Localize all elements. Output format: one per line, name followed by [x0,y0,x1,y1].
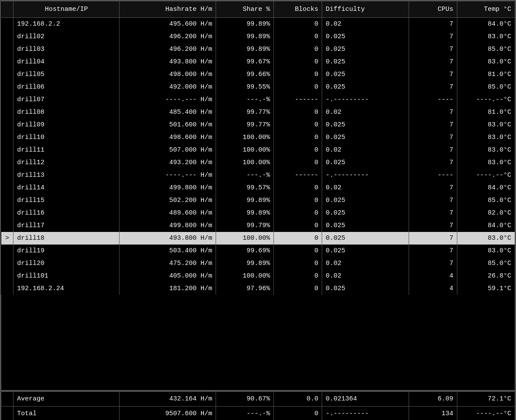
indicator-header [1,1,13,18]
row-difficulty: 0.02 [322,144,409,156]
footer-spacer-row [1,295,515,390]
col-header-difficulty: Difficulty [322,1,409,18]
row-blocks: 0 [274,131,322,144]
row-hostname: drill20 [13,257,120,270]
row-temp: 85.0°C [457,257,515,270]
row-difficulty: 0.025 [322,56,409,68]
row-share: 99.57% [216,182,274,194]
row-cpus: 7 [409,30,457,43]
row-share: 99.89% [216,257,274,270]
row-cpus: 7 [409,245,457,257]
row-hashrate: ----.--- H/m [120,93,216,106]
table-row: drill14499.800 H/m99.57%00.02784.0°C [1,182,515,194]
row-temp: 83.0°C [457,144,515,156]
row-share: 100.00% [216,156,274,169]
table-body: 192.168.2.2495.600 H/m99.89%00.02784.0°C… [1,18,515,295]
row-temp: 81.0°C [457,68,515,81]
table-row: 192.168.2.24181.200 H/m97.96%00.025459.1… [1,282,515,295]
footer-avg-difficulty: 0.021364 [322,391,409,406]
row-share: 99.89% [216,43,274,56]
row-difficulty: 0.025 [322,207,409,219]
row-indicator [1,56,13,68]
row-indicator [1,30,13,43]
row-temp: 81.0°C [457,106,515,119]
row-hostname: drill06 [13,81,120,93]
table-row: drill02496.200 H/m99.89%00.025783.0°C [1,30,515,43]
row-indicator [1,144,13,156]
footer-avg-blocks: 0.0 [274,391,322,406]
row-temp: 26.8°C [457,270,515,282]
row-hashrate: 499.800 H/m [120,219,216,232]
row-blocks: 0 [274,81,322,93]
footer-avg-hashrate: 432.164 H/m [120,391,216,406]
row-hostname: drill13 [13,169,120,182]
row-temp: 83.0°C [457,232,515,245]
table-row: drill08485.400 H/m99.77%00.02781.0°C [1,106,515,119]
table-row: drill19503.400 H/m99.69%00.025783.0°C [1,245,515,257]
row-blocks: 0 [274,270,322,282]
row-difficulty: 0.025 [322,131,409,144]
row-blocks: 0 [274,30,322,43]
row-difficulty: 0.025 [322,156,409,169]
row-indicator [1,169,13,182]
row-hashrate: 502.200 H/m [120,194,216,207]
row-cpus: 7 [409,131,457,144]
row-temp: 83.0°C [457,245,515,257]
row-cpus: 7 [409,257,457,270]
row-hostname: drill19 [13,245,120,257]
row-hashrate: 405.000 H/m [120,270,216,282]
row-indicator [1,182,13,194]
row-indicator [1,270,13,282]
row-hashrate: 503.400 H/m [120,245,216,257]
empty-spacer [1,295,515,390]
row-hostname: drill11 [13,144,120,156]
row-hashrate: 485.400 H/m [120,106,216,119]
row-blocks: 0 [274,257,322,270]
row-hostname: drill02 [13,30,120,43]
row-hostname: drill15 [13,194,120,207]
row-hashrate: 498.000 H/m [120,68,216,81]
row-share: ---.-% [216,169,274,182]
row-blocks: 0 [274,156,322,169]
footer-average-row: Average 432.164 H/m 90.67% 0.0 0.021364 … [1,391,515,406]
row-blocks: 0 [274,106,322,119]
row-cpus: 7 [409,232,457,245]
row-cpus: 7 [409,182,457,194]
row-temp: 59.1°C [457,282,515,295]
table-row: drill03496.200 H/m99.89%00.025785.0°C [1,43,515,56]
row-hostname: drill05 [13,68,120,81]
row-hashrate: 493.800 H/m [120,232,216,245]
row-cpus: 7 [409,18,457,31]
row-difficulty: 0.025 [322,282,409,295]
row-share: 99.67% [216,56,274,68]
row-hostname: drill09 [13,119,120,131]
row-indicator [1,18,13,31]
row-hashrate: 501.600 H/m [120,119,216,131]
row-temp: 82.0°C [457,207,515,219]
row-difficulty: 0.025 [322,245,409,257]
row-indicator [1,156,13,169]
col-header-temp: Temp °C [457,1,515,18]
row-hostname: drill18 [13,232,120,245]
col-header-cpus: CPUs [409,1,457,18]
row-blocks: 0 [274,119,322,131]
col-header-share: Share % [216,1,274,18]
footer-total-share: ---.-% [216,406,274,420]
row-difficulty: 0.025 [322,43,409,56]
row-cpus: 7 [409,43,457,56]
row-temp: 85.0°C [457,81,515,93]
footer-total-temp: ----.--°C [457,406,515,420]
row-difficulty: 0.02 [322,18,409,31]
row-share: 99.69% [216,245,274,257]
row-blocks: ------ [274,169,322,182]
row-hashrate: 492.000 H/m [120,81,216,93]
row-blocks: 0 [274,43,322,56]
row-difficulty: 0.02 [322,270,409,282]
row-hashrate: 493.800 H/m [120,56,216,68]
row-indicator [1,81,13,93]
row-temp: 83.0°C [457,156,515,169]
row-blocks: 0 [274,245,322,257]
footer-total-hashrate: 9507.600 H/m [120,406,216,420]
row-indicator [1,257,13,270]
table-row: 192.168.2.2495.600 H/m99.89%00.02784.0°C [1,18,515,31]
